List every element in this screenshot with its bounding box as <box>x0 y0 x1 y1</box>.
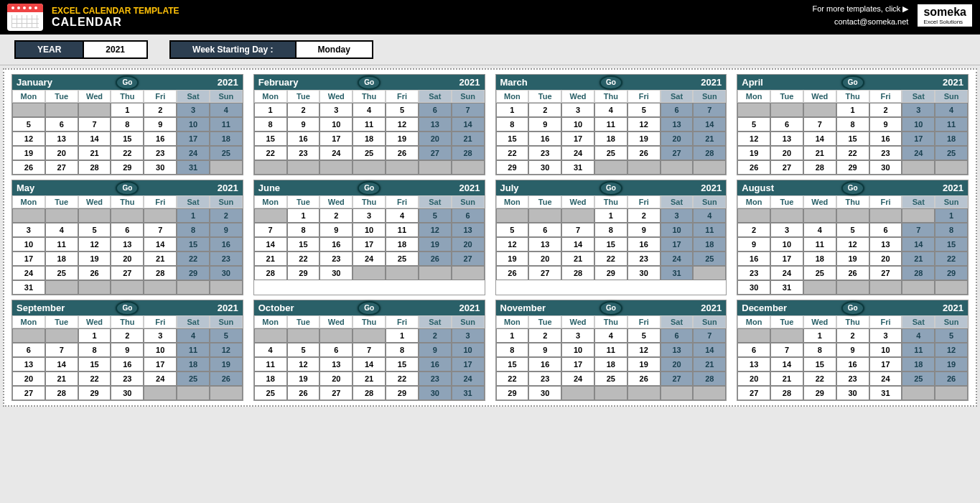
day-cell[interactable]: 16 <box>737 251 770 266</box>
go-button[interactable]: Go <box>841 181 864 195</box>
contact-link[interactable]: contact@someka.net <box>834 17 909 26</box>
day-cell[interactable]: 9 <box>319 223 353 237</box>
day-cell[interactable]: 18 <box>254 372 287 386</box>
go-button[interactable]: Go <box>116 75 139 90</box>
day-cell[interactable]: 22 <box>254 146 287 160</box>
day-cell[interactable]: 11 <box>693 223 726 237</box>
day-cell[interactable]: 12 <box>287 357 320 372</box>
day-cell[interactable]: 4 <box>386 208 419 223</box>
day-cell[interactable]: 12 <box>496 237 529 251</box>
day-cell[interactable]: 27 <box>661 146 694 160</box>
day-cell[interactable]: 1 <box>496 103 529 117</box>
day-cell[interactable]: 7 <box>254 223 287 237</box>
day-cell[interactable]: 15 <box>78 357 111 372</box>
day-cell[interactable]: 26 <box>496 266 529 280</box>
day-cell[interactable]: 8 <box>935 223 968 237</box>
day-cell[interactable]: 12 <box>210 343 243 357</box>
day-cell[interactable]: 14 <box>561 237 594 251</box>
day-cell[interactable]: 22 <box>111 146 144 160</box>
day-cell[interactable]: 23 <box>627 251 661 266</box>
day-cell[interactable]: 21 <box>353 372 386 386</box>
day-cell[interactable]: 13 <box>528 237 561 251</box>
day-cell[interactable]: 19 <box>78 251 111 266</box>
day-cell[interactable]: 13 <box>869 237 902 251</box>
day-cell[interactable]: 9 <box>144 117 177 131</box>
day-cell[interactable]: 6 <box>45 117 78 131</box>
day-cell[interactable]: 17 <box>12 251 45 266</box>
day-cell[interactable]: 27 <box>869 266 902 280</box>
day-cell[interactable]: 25 <box>902 372 935 386</box>
day-cell[interactable]: 14 <box>452 117 485 131</box>
day-cell[interactable]: 14 <box>78 131 111 146</box>
day-cell[interactable]: 19 <box>210 357 243 372</box>
day-cell[interactable]: 30 <box>528 386 561 400</box>
day-cell[interactable]: 19 <box>627 357 661 372</box>
day-cell[interactable]: 11 <box>45 237 78 251</box>
day-cell[interactable]: 21 <box>561 251 594 266</box>
day-cell[interactable]: 13 <box>661 343 694 357</box>
day-cell[interactable]: 6 <box>869 223 902 237</box>
day-cell[interactable]: 28 <box>803 160 836 175</box>
day-cell[interactable]: 28 <box>353 386 386 400</box>
day-cell[interactable]: 5 <box>78 223 111 237</box>
day-cell[interactable]: 9 <box>627 223 661 237</box>
day-cell[interactable]: 1 <box>386 328 419 343</box>
go-button[interactable]: Go <box>116 181 139 195</box>
day-cell[interactable]: 12 <box>836 237 869 251</box>
day-cell[interactable]: 9 <box>111 343 144 357</box>
go-button[interactable]: Go <box>116 301 139 315</box>
day-cell[interactable]: 7 <box>693 328 726 343</box>
day-cell[interactable]: 29 <box>836 160 869 175</box>
day-cell[interactable]: 30 <box>627 266 661 280</box>
day-cell[interactable]: 22 <box>496 372 529 386</box>
day-cell[interactable]: 8 <box>287 223 320 237</box>
day-cell[interactable]: 9 <box>737 237 770 251</box>
day-cell[interactable]: 17 <box>452 357 485 372</box>
day-cell[interactable]: 17 <box>561 131 594 146</box>
day-cell[interactable]: 25 <box>210 146 243 160</box>
day-cell[interactable]: 20 <box>12 372 45 386</box>
day-cell[interactable]: 29 <box>496 160 529 175</box>
day-cell[interactable]: 20 <box>528 251 561 266</box>
day-cell[interactable]: 30 <box>737 280 770 295</box>
day-cell[interactable]: 13 <box>770 131 803 146</box>
day-cell[interactable]: 12 <box>78 237 111 251</box>
day-cell[interactable]: 15 <box>935 237 968 251</box>
day-cell[interactable]: 26 <box>210 372 243 386</box>
day-cell[interactable]: 7 <box>353 343 386 357</box>
day-cell[interactable]: 2 <box>111 328 144 343</box>
day-cell[interactable]: 17 <box>177 131 210 146</box>
day-cell[interactable]: 20 <box>661 357 694 372</box>
day-cell[interactable]: 21 <box>254 251 287 266</box>
day-cell[interactable]: 10 <box>561 343 594 357</box>
day-cell[interactable]: 24 <box>452 372 485 386</box>
day-cell[interactable]: 5 <box>12 117 45 131</box>
day-cell[interactable]: 29 <box>803 386 836 400</box>
day-cell[interactable]: 6 <box>12 343 45 357</box>
day-cell[interactable]: 1 <box>496 328 529 343</box>
day-cell[interactable]: 20 <box>111 251 144 266</box>
day-cell[interactable]: 15 <box>803 357 836 372</box>
day-cell[interactable]: 28 <box>902 266 935 280</box>
day-cell[interactable]: 10 <box>770 237 803 251</box>
day-cell[interactable]: 5 <box>935 328 968 343</box>
day-cell[interactable]: 19 <box>935 357 968 372</box>
day-cell[interactable]: 4 <box>803 223 836 237</box>
day-cell[interactable]: 11 <box>254 357 287 372</box>
day-cell[interactable]: 1 <box>935 208 968 223</box>
day-cell[interactable]: 27 <box>661 372 694 386</box>
day-cell[interactable]: 28 <box>693 146 726 160</box>
day-cell[interactable]: 6 <box>661 328 694 343</box>
day-cell[interactable]: 8 <box>803 343 836 357</box>
day-cell[interactable]: 10 <box>869 343 902 357</box>
day-cell[interactable]: 8 <box>254 117 287 131</box>
day-cell[interactable]: 1 <box>287 208 320 223</box>
day-cell[interactable]: 16 <box>210 237 243 251</box>
day-cell[interactable]: 9 <box>528 343 561 357</box>
day-cell[interactable]: 20 <box>452 237 485 251</box>
day-cell[interactable]: 8 <box>177 223 210 237</box>
day-cell[interactable]: 3 <box>177 103 210 117</box>
day-cell[interactable]: 25 <box>177 372 210 386</box>
day-cell[interactable]: 14 <box>770 357 803 372</box>
day-cell[interactable]: 13 <box>12 357 45 372</box>
